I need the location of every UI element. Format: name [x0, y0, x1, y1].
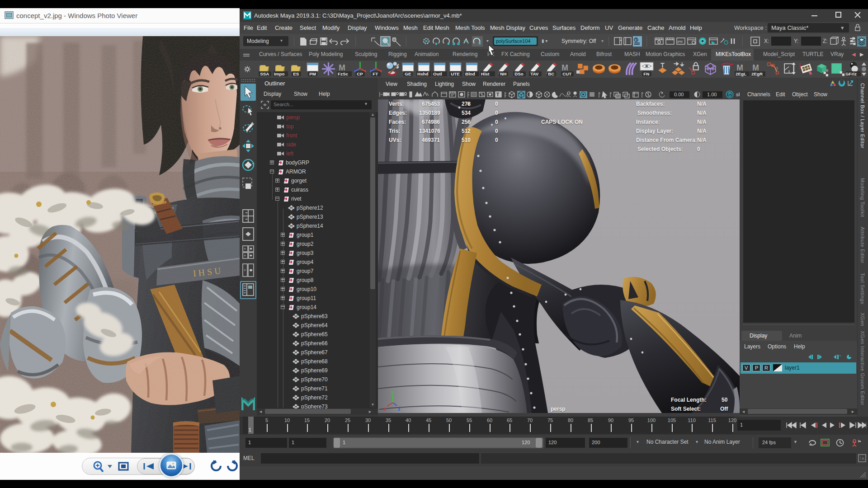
svg-text:IPR: IPR [678, 40, 683, 43]
svg-text:!: ! [798, 61, 801, 71]
svg-text:DSo: DSo [514, 71, 524, 76]
svg-text:PM: PM [309, 71, 316, 76]
svg-text:+: + [839, 354, 841, 358]
svg-text:FT: FT [373, 71, 378, 76]
svg-text:GE: GE [405, 71, 411, 76]
svg-text:M: M [339, 63, 345, 72]
svg-text:Blnd: Blnd [465, 71, 475, 76]
svg-text:0.00: 0.00 [674, 92, 684, 97]
svg-text:BC: BC [548, 71, 554, 76]
svg-text:M: M [752, 63, 759, 72]
svg-text:FN: FN [643, 71, 649, 76]
svg-text:A: A [862, 456, 864, 461]
svg-text:ON: ON [727, 93, 732, 96]
svg-text:Impo: Impo [274, 71, 284, 76]
svg-text:CP: CP [357, 71, 363, 76]
svg-text:sRG: sRG [736, 92, 740, 97]
svg-text:z: z [398, 406, 401, 412]
svg-text:SSA: SSA [260, 71, 269, 76]
svg-text:1.00: 1.00 [707, 92, 717, 97]
svg-text:y: y [391, 389, 394, 394]
svg-text:CUT: CUT [562, 71, 571, 76]
svg-text:x: x [383, 406, 387, 412]
svg-text:M: M [736, 63, 743, 72]
svg-text:UTE: UTE [451, 71, 460, 76]
svg-text:Hist: Hist [481, 71, 490, 76]
svg-text:2EgR: 2EgR [751, 71, 763, 76]
svg-text:2EgL: 2EgL [736, 71, 746, 76]
svg-text:+: + [244, 253, 246, 258]
svg-text:GFriz: GFriz [846, 71, 857, 76]
svg-text:M: M [561, 63, 568, 72]
svg-text:⁝: ⁝ [860, 456, 861, 461]
svg-text:Outl: Outl [433, 71, 442, 76]
svg-text:T: T [496, 92, 499, 97]
svg-text:NH: NH [500, 71, 506, 76]
svg-text:+: + [244, 268, 246, 272]
svg-text:TAV: TAV [530, 71, 539, 76]
svg-text:FzSc: FzSc [338, 71, 348, 76]
svg-text:Hshd: Hshd [417, 71, 428, 76]
svg-text:ES: ES [293, 71, 299, 76]
svg-text:+: + [244, 247, 246, 251]
